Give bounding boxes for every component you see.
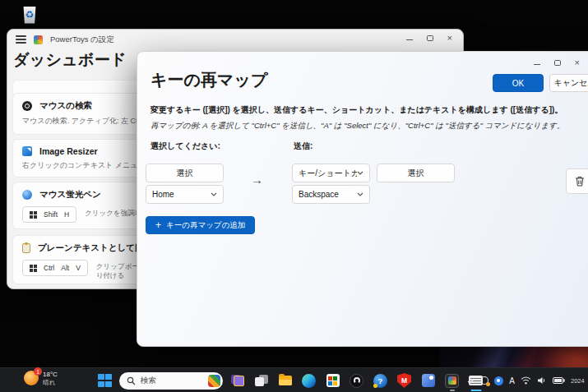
wifi-icon[interactable] — [521, 376, 531, 385]
close-icon[interactable]: × — [447, 35, 452, 42]
dialog-example: 再マップの例: A を選択して "Ctrl+C" を送信し、"A" は "Sel… — [150, 121, 564, 131]
dialog-window-controls: × — [534, 59, 580, 67]
keycap: Shift — [44, 210, 58, 219]
chevron-down-icon — [357, 171, 363, 175]
windows-key-icon — [30, 265, 37, 272]
search-highlight-image-icon[interactable] — [208, 375, 220, 387]
source-key-dropdown[interactable]: Home — [146, 185, 224, 204]
image-resizer-icon — [22, 146, 32, 156]
powertoys-settings-taskbar-icon[interactable] — [442, 369, 461, 392]
windows-key-icon — [30, 211, 37, 219]
search-placeholder: 検索 — [141, 376, 203, 386]
plus-icon — [155, 220, 161, 230]
battery-icon[interactable] — [553, 377, 565, 384]
dashboard-page-title: ダッシュボード — [13, 49, 127, 71]
notification-badge: 1 — [34, 367, 42, 376]
target-key-value: Backspace — [299, 190, 339, 199]
windows-logo-icon — [98, 374, 112, 388]
speaker-icon[interactable] — [537, 376, 547, 385]
weather-sun-icon: 1 — [24, 371, 39, 385]
keycap: H — [64, 210, 69, 219]
minimize-icon[interactable] — [406, 39, 413, 40]
shortcut-keys: Shift H — [22, 206, 76, 223]
minimize-icon[interactable] — [534, 64, 540, 65]
shortcut-keys: Ctrl Alt V — [22, 260, 88, 276]
keycap: V — [76, 264, 81, 272]
remap-keys-dialog: × キーの再マップ OK キャンセル 変更するキー ([選択]) を選択し、送信… — [137, 51, 588, 347]
cancel-button[interactable]: キャンセル — [549, 74, 588, 92]
card-title: Image Resizer — [39, 146, 98, 156]
chevron-down-icon — [211, 192, 217, 196]
powertoys-logo-icon — [34, 35, 43, 44]
purple-app-icon[interactable] — [228, 369, 247, 392]
settings-window-title: PowerToys の設定 — [50, 35, 114, 45]
weather-condition: 晴れ — [43, 379, 58, 386]
send-type-value: キー/ショートカットの送信 — [299, 168, 357, 179]
search-icon — [127, 376, 136, 385]
taskbar: 1 18°C 晴れ 検索 ? M A — [0, 367, 588, 392]
find-my-mouse-icon — [22, 101, 32, 111]
hidden-icons-chevron[interactable] — [467, 379, 475, 383]
card-title: マウスの検索 — [39, 100, 92, 112]
hamburger-menu-icon[interactable] — [16, 35, 26, 43]
add-button-label: キーの再マップの追加 — [166, 220, 245, 231]
send-column-label: 送信: — [294, 141, 313, 152]
taskbar-clock[interactable]: 2024 — [571, 377, 587, 385]
tray-blue-app-icon[interactable] — [494, 376, 503, 385]
ime-indicator[interactable]: A — [509, 376, 515, 385]
maximize-icon[interactable] — [427, 35, 433, 42]
mouse-highlighter-icon — [22, 190, 32, 200]
target-key-dropdown[interactable]: Backspace — [292, 185, 370, 204]
select-column-label: 選択してください: — [150, 141, 220, 152]
keycap: Alt — [61, 264, 69, 272]
weather-widget[interactable]: 1 18°C 晴れ — [24, 371, 58, 386]
select-source-key-button[interactable]: 選択 — [146, 164, 224, 182]
start-button[interactable] — [95, 369, 114, 392]
recycle-bin-glyph: ♻ — [23, 7, 37, 24]
ok-button[interactable]: OK — [493, 74, 544, 92]
select-target-key-button[interactable]: 選択 — [377, 164, 455, 182]
edge-browser-icon[interactable] — [299, 369, 318, 392]
paste-plain-text-icon — [22, 243, 30, 253]
trash-icon — [575, 176, 585, 187]
maps-to-arrow-icon: → — [251, 173, 263, 187]
dark-circle-app-icon[interactable] — [347, 369, 366, 392]
recycle-bin-icon[interactable]: ♻ — [18, 3, 41, 26]
add-key-remapping-button[interactable]: キーの再マップの追加 — [146, 216, 255, 234]
send-type-dropdown[interactable]: キー/ショートカットの送信 — [292, 164, 370, 182]
maximize-icon[interactable] — [554, 60, 561, 67]
weather-temperature: 18°C — [43, 371, 58, 379]
source-key-value: Home — [152, 190, 174, 199]
dialog-title: キーの再マップ — [150, 69, 267, 91]
file-explorer-icon[interactable] — [275, 369, 294, 392]
settings-titlebar: PowerToys の設定 — [7, 30, 463, 49]
taskbar-center: 検索 ? M — [95, 368, 485, 392]
settings-window-controls: × — [406, 35, 452, 42]
chevron-down-icon — [357, 192, 363, 196]
close-icon[interactable]: × — [575, 59, 580, 67]
delete-remapping-button[interactable] — [566, 168, 588, 194]
keycap: Ctrl — [44, 264, 54, 272]
microsoft-store-icon[interactable] — [323, 369, 342, 392]
mcafee-icon[interactable]: M — [395, 369, 414, 392]
taskbar-search-box[interactable]: 検索 — [119, 372, 223, 390]
sync-update-icon[interactable] — [480, 376, 488, 385]
card-title: マウス蛍光ペン — [39, 189, 101, 201]
open-app-indicator — [450, 390, 455, 392]
system-tray: A 2024 — [467, 368, 588, 392]
get-help-app-icon[interactable]: ? — [371, 369, 390, 392]
teams-app-icon[interactable] — [419, 369, 438, 392]
task-view-icon[interactable] — [252, 369, 271, 392]
dialog-description: 変更するキー ([選択]) を選択し、送信するキー、ショートカット、またはテキス… — [150, 104, 563, 116]
